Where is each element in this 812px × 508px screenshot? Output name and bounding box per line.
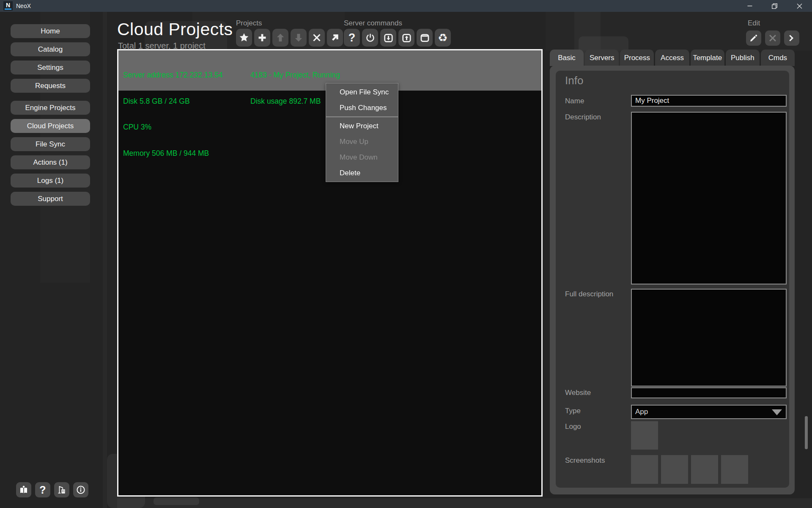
sidebar-item-cloud-projects[interactable]: Cloud Projects <box>11 119 90 133</box>
edit-button[interactable] <box>746 30 761 46</box>
move-down-button[interactable] <box>291 29 307 47</box>
cross-icon <box>768 33 777 43</box>
website-label: Website <box>565 389 591 397</box>
about-button[interactable] <box>73 482 88 497</box>
restart-button[interactable]: ♻ <box>435 29 451 47</box>
sidebar: Home Catalog Settings Requests Engine Pr… <box>11 24 90 206</box>
screenshot-placeholder[interactable] <box>661 455 688 484</box>
info-form: Info Name Description Full description W… <box>556 71 789 488</box>
sidebar-item-home[interactable]: Home <box>11 24 90 38</box>
move-up-button[interactable] <box>272 29 288 47</box>
scrollbar-sliver[interactable] <box>805 416 808 449</box>
context-menu: Open File Sync Push Changes New Project … <box>326 83 398 182</box>
add-project-button[interactable] <box>254 29 270 47</box>
projects-toolbar-label: Projects <box>236 19 262 28</box>
edit-controls-label: Edit <box>748 19 760 28</box>
logo-placeholder[interactable] <box>631 421 658 450</box>
logo-letter: N <box>6 2 10 8</box>
help-button[interactable]: ? <box>35 482 50 497</box>
page-title: Cloud Projects <box>117 19 233 39</box>
projects-toolbar <box>236 29 343 47</box>
screenshots-label: Screenshots <box>565 456 605 465</box>
context-menu-section: Open File Sync Push Changes <box>326 83 398 117</box>
pencil-icon <box>749 33 758 43</box>
sidebar-item-file-sync[interactable]: File Sync <box>11 137 90 151</box>
menu-item-delete[interactable]: Delete <box>326 165 398 181</box>
server-address: Server address 172.232.13.54 <box>123 71 222 80</box>
power-icon <box>365 33 376 43</box>
name-label: Name <box>565 97 584 105</box>
tab-access[interactable]: Access <box>655 50 689 66</box>
menu-item-move-up: Move Up <box>326 134 398 149</box>
sidebar-item-support[interactable]: Support <box>11 192 90 206</box>
next-button[interactable] <box>784 30 799 46</box>
cross-icon <box>312 33 322 43</box>
open-external-button[interactable] <box>327 29 343 47</box>
sidebar-item-engine-projects[interactable]: Engine Projects <box>11 101 90 115</box>
background-ghost <box>117 498 812 508</box>
sidebar-item-settings[interactable]: Settings <box>11 61 90 75</box>
builder-button[interactable] <box>54 482 69 497</box>
close-button[interactable] <box>787 0 812 12</box>
server-disk: Disk 5.8 GB / 24 GB <box>123 97 222 106</box>
background-ghost <box>103 12 107 508</box>
server-commands-toolbar: ? ♻ <box>344 29 451 47</box>
tab-servers[interactable]: Servers <box>585 50 619 66</box>
push-button[interactable] <box>398 29 414 47</box>
minimize-button[interactable] <box>737 0 762 12</box>
screenshot-placeholder[interactable] <box>691 455 718 484</box>
tab-basic[interactable]: Basic <box>550 50 584 66</box>
context-menu-section: New Project Move Up Move Down Delete <box>326 117 398 182</box>
recycle-icon: ♻ <box>438 32 447 43</box>
tab-cmds[interactable]: Cmds <box>761 50 795 66</box>
remove-button[interactable] <box>309 29 325 47</box>
window-icon <box>420 33 430 43</box>
tab-template[interactable]: Template <box>691 50 724 66</box>
maximize-button[interactable] <box>762 0 787 12</box>
background-ghost <box>154 497 199 505</box>
type-dropdown[interactable]: App <box>631 405 787 419</box>
sidebar-item-requests[interactable]: Requests <box>11 79 90 93</box>
sidebar-item-catalog[interactable]: Catalog <box>11 42 90 56</box>
titlebar[interactable]: N NeoX <box>0 0 812 12</box>
sidebar-item-logs[interactable]: Logs (1) <box>11 174 90 188</box>
crane-building-icon <box>57 485 67 495</box>
reader-icon <box>19 485 29 495</box>
question-icon: ? <box>39 484 46 496</box>
power-button[interactable] <box>362 29 378 47</box>
screenshot-placeholder[interactable] <box>721 455 748 484</box>
edit-controls <box>746 30 799 46</box>
full-description-field[interactable] <box>631 289 787 387</box>
app-logo: N <box>3 1 13 11</box>
full-description-label: Full description <box>565 290 613 298</box>
menu-item-new-project[interactable]: New Project <box>326 118 398 134</box>
tab-publish[interactable]: Publish <box>726 50 760 66</box>
menu-item-push-changes[interactable]: Push Changes <box>326 100 398 116</box>
documentation-button[interactable] <box>16 482 31 497</box>
description-label: Description <box>565 113 601 121</box>
box-arrow-up-icon <box>401 33 412 43</box>
window-title: NeoX <box>16 3 31 9</box>
info-heading: Info <box>565 74 583 87</box>
menu-item-move-down: Move Down <box>326 149 398 165</box>
server-commands-label: Server commands <box>344 19 402 28</box>
project-status: 4183 - My Project, Running <box>250 71 340 80</box>
window-button[interactable] <box>417 29 433 47</box>
description-field[interactable] <box>631 112 787 284</box>
website-field[interactable] <box>631 387 787 398</box>
type-label: Type <box>565 407 581 415</box>
arrow-up-icon <box>275 32 286 43</box>
screenshot-placeholder[interactable] <box>631 455 658 484</box>
menu-item-open-file-sync[interactable]: Open File Sync <box>326 84 398 100</box>
minimize-icon <box>747 3 752 8</box>
favorite-button[interactable] <box>236 29 252 47</box>
sidebar-item-actions[interactable]: Actions (1) <box>11 155 90 169</box>
logo-underline <box>5 8 11 10</box>
arrow-down-icon <box>293 32 304 43</box>
plus-icon <box>257 32 268 43</box>
name-field[interactable] <box>631 95 787 107</box>
cancel-edit-button[interactable] <box>765 30 780 46</box>
pull-button[interactable] <box>380 29 396 47</box>
server-help-button[interactable]: ? <box>344 29 360 47</box>
tab-process[interactable]: Process <box>620 50 654 66</box>
